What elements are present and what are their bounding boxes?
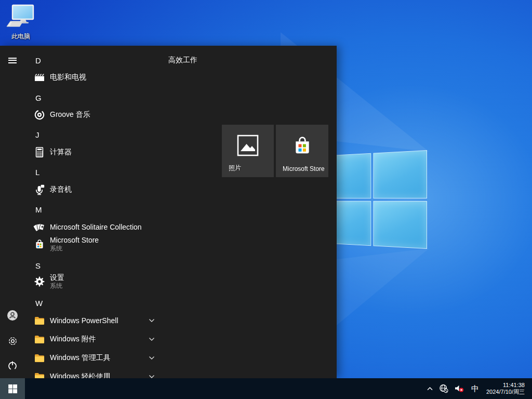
tile-microsoft-store[interactable]: Microsoft Store xyxy=(276,125,328,177)
folder-icon xyxy=(33,370,46,378)
hamburger-menu-icon[interactable] xyxy=(2,50,23,71)
tray-chevron-up-icon[interactable] xyxy=(423,378,436,399)
section-letter-j[interactable]: J xyxy=(35,130,52,140)
app-subtitle: 系统 xyxy=(50,282,64,290)
section-letter-g[interactable]: G xyxy=(35,93,52,103)
folder-item-windows-powershell[interactable]: Windows PowerShell xyxy=(33,313,163,328)
taskbar: 中 11:41:38 2024/7/10/周三 xyxy=(0,378,532,399)
movies-tv-icon xyxy=(33,71,46,84)
folder-label: Windows PowerShell xyxy=(50,316,118,325)
app-item-groove-music[interactable]: Groove 音乐 xyxy=(33,108,163,122)
app-item-voice-recorder[interactable]: 录音机 xyxy=(33,182,163,197)
folder-item-windows-admin-tools[interactable]: Windows 管理工具 xyxy=(33,351,163,365)
chevron-down-icon[interactable] xyxy=(149,375,155,378)
photos-icon xyxy=(236,134,260,159)
folder-label: Windows 管理工具 xyxy=(50,353,111,363)
section-letter-d[interactable]: D xyxy=(35,56,52,66)
network-offline-icon[interactable] xyxy=(436,378,451,399)
app-label: Microsoft Store xyxy=(50,236,99,245)
app-item-movies-tv[interactable]: 电影和电视 xyxy=(33,70,163,85)
start-menu: D 电影和电视 G Groove 音乐 xyxy=(0,46,337,378)
folder-item-windows-accessories[interactable]: Windows 附件 xyxy=(33,332,163,347)
app-item-calculator[interactable]: 计算器 xyxy=(33,145,163,159)
clock-date: 2024/7/10/周三 xyxy=(486,389,525,395)
folder-icon xyxy=(33,352,46,364)
tile-photos[interactable]: 照片 xyxy=(222,125,274,177)
app-subtitle: 系统 xyxy=(50,245,99,252)
folder-item-windows-ease-of-access[interactable]: Windows 轻松使用 xyxy=(33,369,163,378)
app-label: 设置 xyxy=(50,273,64,282)
chevron-down-icon[interactable] xyxy=(149,356,155,360)
this-pc-label: 此电脑 xyxy=(4,32,37,41)
start-button[interactable] xyxy=(0,378,25,399)
settings-gear-icon xyxy=(33,275,46,288)
settings-gear-icon[interactable] xyxy=(2,330,23,351)
app-item-microsoft-store[interactable]: Microsoft Store 系统 xyxy=(33,234,163,254)
chevron-down-icon[interactable] xyxy=(149,337,155,341)
section-letter-m[interactable]: M xyxy=(35,205,52,215)
groove-music-icon xyxy=(33,109,46,121)
power-icon[interactable] xyxy=(2,355,23,376)
ime-indicator[interactable]: 中 xyxy=(467,378,483,399)
app-label: Microsoft Solitaire Collection xyxy=(50,223,142,231)
tile-label: Microsoft Store xyxy=(283,165,325,172)
this-pc-icon[interactable]: 此电脑 xyxy=(4,4,37,41)
section-letter-s[interactable]: S xyxy=(35,261,52,271)
app-list: D 电影和电视 G Groove 音乐 xyxy=(33,46,163,378)
volume-muted-icon[interactable] xyxy=(451,378,467,399)
chevron-down-icon[interactable] xyxy=(149,318,155,323)
app-label: Groove 音乐 xyxy=(50,110,90,119)
section-letter-l[interactable]: L xyxy=(35,167,52,178)
windows-logo-icon xyxy=(8,384,17,393)
folder-label: Windows 附件 xyxy=(50,335,96,344)
clock-time: 11:41:38 xyxy=(486,382,525,389)
voice-recorder-icon xyxy=(33,183,46,196)
start-menu-rail xyxy=(0,46,25,378)
folder-icon xyxy=(33,314,46,327)
windows-logo-wallpaper xyxy=(323,150,427,249)
calculator-icon xyxy=(33,146,46,158)
folder-icon xyxy=(33,333,46,345)
clock[interactable]: 11:41:38 2024/7/10/周三 xyxy=(483,382,528,395)
app-item-settings[interactable]: 设置 系统 xyxy=(33,272,163,291)
computer-icon xyxy=(6,4,35,29)
store-icon xyxy=(290,134,314,159)
system-tray: 中 11:41:38 2024/7/10/周三 xyxy=(423,378,532,399)
tile-label: 照片 xyxy=(229,164,241,172)
app-label: 电影和电视 xyxy=(50,73,86,82)
store-icon xyxy=(33,238,46,250)
section-letter-w[interactable]: W xyxy=(35,298,52,309)
app-label: 计算器 xyxy=(50,148,72,157)
solitaire-icon xyxy=(33,221,46,233)
tile-group-title[interactable]: 高效工作 xyxy=(168,56,197,65)
app-item-solitaire[interactable]: Microsoft Solitaire Collection xyxy=(33,220,163,234)
app-label: 录音机 xyxy=(50,185,72,194)
folder-label: Windows 轻松使用 xyxy=(50,372,111,378)
user-account-icon[interactable] xyxy=(2,305,23,326)
